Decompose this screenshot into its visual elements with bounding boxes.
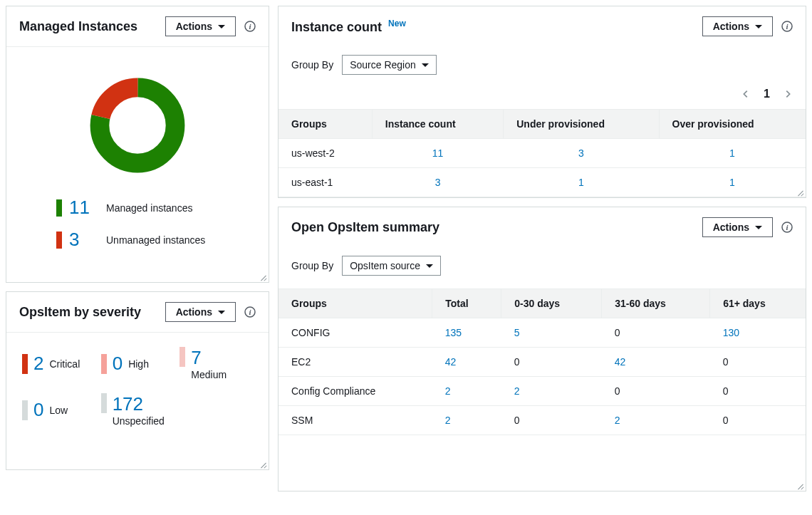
caret-down-icon (218, 25, 225, 28)
cell-count[interactable]: 3 (435, 177, 441, 188)
actions-button[interactable]: Actions (165, 302, 236, 322)
table-row: CONFIG 135 5 0 130 (279, 318, 806, 348)
table-row: us-west-2 11 3 1 (279, 139, 806, 168)
severity-value[interactable]: 0 (113, 353, 123, 375)
managed-count[interactable]: 11 (69, 197, 99, 219)
severity-value[interactable]: 2 (33, 353, 43, 375)
panel-header: Instance count New Actions i (279, 6, 806, 46)
cell-d1: 0 (602, 318, 710, 348)
cell-group: SSM (279, 406, 432, 435)
panel-header: Managed Instances Actions i (6, 6, 269, 47)
resize-handle[interactable] (260, 274, 267, 281)
donut-chart (88, 76, 187, 175)
caret-down-icon (426, 264, 433, 268)
cell-group: CONFIG (279, 318, 432, 348)
cell-d2: 0 (710, 348, 806, 377)
cell-over[interactable]: 1 (729, 147, 735, 159)
table-row: us-east-1 3 1 1 (279, 168, 806, 197)
severity-low: 0 Low (22, 393, 95, 427)
col-groups: Groups (279, 289, 432, 318)
legend-swatch-managed (56, 199, 62, 217)
cell-d2: 0 (710, 377, 806, 406)
cell-d2[interactable]: 130 (723, 327, 739, 338)
cell-d1[interactable]: 2 (615, 415, 620, 426)
severity-label: High (128, 358, 149, 370)
severity-value[interactable]: 172 (113, 393, 165, 415)
table-row: EC2 42 0 42 0 (279, 348, 806, 377)
groupby-select[interactable]: OpsItem source (342, 256, 441, 276)
new-badge: New (388, 19, 406, 28)
actions-label: Actions (176, 21, 212, 32)
severity-bar-icon (179, 347, 185, 367)
groupby-row: Group By Source Region (279, 46, 806, 88)
cell-under[interactable]: 3 (578, 147, 584, 159)
cell-total[interactable]: 2 (445, 415, 451, 426)
table-row: SSM 2 0 2 0 (279, 406, 806, 435)
severity-bar-icon (22, 354, 28, 374)
header-actions: Actions i (165, 302, 256, 322)
managed-label: Managed instances (106, 202, 192, 214)
svg-text:i: i (249, 22, 251, 31)
col-under-provisioned: Under provisioned (504, 110, 659, 139)
groupby-label: Group By (291, 59, 333, 71)
severity-label: Unspecified (113, 415, 165, 427)
cell-total[interactable]: 42 (445, 356, 457, 368)
table-row: Config Compliance 2 2 0 0 (279, 377, 806, 406)
cell-d1[interactable]: 42 (615, 356, 626, 368)
severity-label: Low (49, 405, 68, 416)
chevron-right-icon[interactable] (783, 89, 793, 99)
cell-total[interactable]: 135 (445, 327, 462, 338)
col-0-30: 0-30 days (501, 289, 602, 318)
panel-title: Open OpsItem summary (291, 220, 439, 235)
cell-over[interactable]: 1 (729, 177, 735, 188)
cell-d0: 0 (501, 406, 602, 435)
severity-label: Medium (191, 369, 227, 380)
managed-instances-panel: Managed Instances Actions i (6, 6, 269, 283)
resize-handle[interactable] (260, 461, 267, 468)
instance-count-panel: Instance count New Actions i Group By So… (278, 6, 806, 198)
info-icon[interactable]: i (781, 222, 793, 233)
cell-d0[interactable]: 5 (514, 327, 520, 338)
cell-total[interactable]: 2 (445, 385, 451, 397)
opsitem-summary-panel: Open OpsItem summary Actions i Group By … (278, 207, 806, 491)
actions-label: Actions (713, 21, 749, 32)
opsitem-severity-panel: OpsItem by severity Actions i 2 Critical (6, 291, 269, 470)
resize-handle[interactable] (797, 482, 804, 489)
col-instance-count: Instance count (372, 110, 503, 139)
severity-unspecified: 172 Unspecified (101, 393, 253, 427)
unmanaged-count[interactable]: 3 (69, 229, 99, 251)
cell-d0[interactable]: 2 (514, 385, 520, 397)
instance-count-table: Groups Instance count Under provisioned … (279, 109, 806, 197)
header-actions: Actions i (702, 217, 793, 237)
severity-value[interactable]: 0 (33, 399, 43, 421)
actions-label: Actions (176, 306, 212, 318)
resize-handle[interactable] (797, 189, 804, 196)
caret-down-icon (755, 25, 762, 28)
actions-label: Actions (713, 222, 749, 233)
header-actions: Actions i (702, 16, 793, 36)
panel-header: Open OpsItem summary Actions i (279, 207, 806, 247)
cell-under[interactable]: 1 (578, 177, 584, 188)
actions-button[interactable]: Actions (702, 217, 773, 237)
severity-bar-icon (101, 393, 107, 413)
groupby-select[interactable]: Source Region (342, 55, 437, 75)
cell-count[interactable]: 11 (432, 147, 444, 159)
header-actions: Actions i (165, 16, 256, 36)
page-number: 1 (764, 88, 770, 100)
info-icon[interactable]: i (781, 21, 793, 32)
chevron-left-icon[interactable] (741, 89, 751, 99)
cell-group: Config Compliance (279, 377, 432, 406)
legend-swatch-unmanaged (56, 232, 62, 249)
cell-d0: 0 (501, 348, 602, 377)
caret-down-icon (218, 311, 225, 314)
actions-button[interactable]: Actions (702, 16, 773, 36)
panel-title: Instance count New (291, 19, 406, 35)
info-icon[interactable]: i (244, 21, 256, 32)
legend: 11 Managed instances 3 Unmanaged instanc… (21, 197, 254, 261)
cell-group: us-west-2 (279, 139, 372, 168)
info-icon[interactable]: i (244, 306, 256, 318)
managed-instances-body: 11 Managed instances 3 Unmanaged instanc… (6, 47, 269, 282)
severity-value[interactable]: 7 (191, 347, 227, 369)
opsitem-summary-table: Groups Total 0-30 days 31-60 days 61+ da… (279, 288, 806, 435)
actions-button[interactable]: Actions (165, 16, 236, 36)
